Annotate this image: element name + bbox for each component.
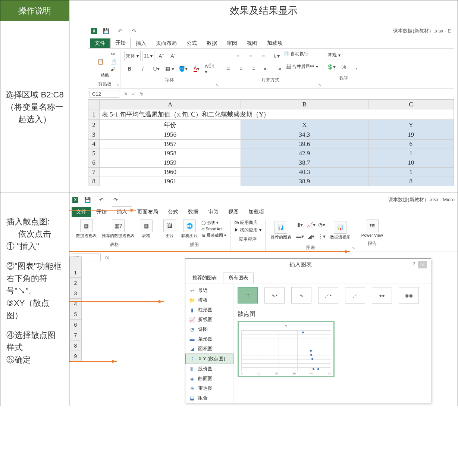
cat-radar[interactable]: ✳雷达图: [185, 383, 233, 393]
cat-surface[interactable]: ◈曲面图: [185, 374, 233, 383]
chart-preview[interactable]: Y 01020304050: [238, 321, 335, 377]
cat-pie[interactable]: ◔饼图: [185, 324, 233, 334]
wrap-text-button[interactable]: 📑 自动换行: [283, 51, 308, 61]
redo-icon[interactable]: ↷: [129, 26, 139, 36]
area-chart-icon[interactable]: ◢▾: [306, 231, 316, 242]
redo-icon[interactable]: ↷: [110, 195, 121, 205]
underline-icon[interactable]: U ▾: [151, 63, 161, 74]
picture-icon[interactable]: 🖼: [163, 220, 176, 232]
save-icon[interactable]: 💾: [82, 195, 92, 205]
save-icon[interactable]: 💾: [101, 26, 111, 36]
table-title-cell[interactable]: 表 5-1 旬平均气温累加值（x,旬.℃）和二化螟蛾盛发期（Y）: [100, 109, 454, 120]
cat-scatter[interactable]: ⋮X Y (散点图): [185, 354, 233, 364]
tab-insert[interactable]: 插入: [131, 38, 151, 48]
align-bottom-icon[interactable]: ≡: [258, 51, 269, 61]
line-chart-icon[interactable]: 📈▾: [306, 220, 316, 230]
align-launcher-icon[interactable]: ⤡: [318, 83, 321, 87]
subtype-bubble-3d[interactable]: ◉◉: [399, 287, 419, 304]
border-icon[interactable]: ▦ ▾: [164, 63, 175, 74]
cat-bar[interactable]: ▬条形图: [185, 334, 233, 344]
subtype-scatter-lines-markers[interactable]: ⋰•: [318, 287, 338, 304]
dialog-close-icon[interactable]: ×: [418, 261, 427, 268]
cat-line[interactable]: 📈折线图: [185, 315, 233, 324]
worksheet-rows[interactable]: 1234 56789: [69, 256, 82, 361]
tab-view[interactable]: 视图: [242, 38, 262, 48]
name-box[interactable]: C12: [90, 90, 119, 98]
tab-review[interactable]: 审阅: [222, 38, 242, 48]
tab-file[interactable]: 文件: [90, 38, 110, 48]
tab-home-2[interactable]: 开始: [92, 207, 111, 217]
bold-icon[interactable]: B: [124, 63, 135, 74]
tab-layout[interactable]: 页面布局: [151, 38, 181, 48]
fx-confirm-icon[interactable]: ✓: [132, 91, 136, 97]
align-left-icon[interactable]: ≡: [223, 63, 233, 74]
align-top-icon[interactable]: ≡: [233, 51, 243, 61]
percent-icon[interactable]: %: [339, 62, 349, 72]
indent-dec-icon[interactable]: ⇤: [261, 63, 272, 74]
subtype-scatter-lines[interactable]: ⋰: [345, 287, 365, 304]
comma-icon[interactable]: ,: [351, 62, 362, 72]
my-apps-button[interactable]: ▶ 我的应用 ▾: [234, 227, 261, 233]
cut-icon[interactable]: ✂: [110, 51, 116, 57]
tab-review-2[interactable]: 审阅: [204, 207, 223, 217]
font-launcher-icon[interactable]: ⤡: [215, 83, 218, 87]
online-pic-icon[interactable]: 🌐: [183, 220, 196, 232]
tab-addins[interactable]: 加载项: [263, 38, 287, 48]
phonetic-icon[interactable]: wén ▾: [205, 63, 215, 74]
orientation-icon[interactable]: ⤹▾: [271, 51, 281, 61]
subtype-bubble[interactable]: ●●: [372, 287, 392, 304]
app-store-button[interactable]: 🛍 应用商店: [234, 220, 258, 226]
charts-launcher-icon[interactable]: ⤡: [352, 246, 355, 250]
paste-icon[interactable]: 📋: [93, 55, 107, 69]
shapes-button[interactable]: ◯ 形状 ▾: [201, 220, 226, 225]
copy-icon[interactable]: 📄: [110, 58, 116, 65]
undo-icon[interactable]: ↶: [115, 26, 125, 36]
clipboard-launcher-icon[interactable]: ⤡: [116, 83, 119, 87]
tab-data[interactable]: 数据: [202, 38, 222, 48]
tab-view-2[interactable]: 视图: [224, 207, 243, 217]
decrease-font-icon[interactable]: Aˇ: [168, 51, 178, 61]
screenshot-button[interactable]: 🖥 屏幕截图 ▾: [201, 233, 226, 238]
font-size-select[interactable]: 11 ▾: [142, 51, 154, 61]
dialog-help-icon[interactable]: ?: [412, 261, 415, 268]
align-center-icon[interactable]: ≡: [236, 63, 246, 74]
rec-pivot-icon[interactable]: ▦?: [112, 220, 125, 232]
tab-home[interactable]: 开始: [110, 38, 131, 48]
smartart-button[interactable]: ▱ SmartArt: [201, 227, 226, 231]
number-format-select[interactable]: 常规 ▾: [326, 51, 342, 59]
column-chart-icon[interactable]: ▮▾: [295, 220, 305, 230]
align-right-icon[interactable]: ≡: [248, 63, 259, 74]
increase-font-icon[interactable]: Aˆ: [156, 51, 166, 61]
subtype-scatter-smooth-markers[interactable]: ∿•: [264, 287, 285, 304]
pivot-chart-icon[interactable]: 📊: [334, 221, 346, 234]
cat-combo[interactable]: ⬓组合: [185, 393, 233, 403]
font-color-icon[interactable]: A▾: [191, 63, 202, 74]
dlg-tab-all[interactable]: 所有图表: [223, 273, 254, 283]
tab-data-2[interactable]: 数据: [183, 207, 203, 217]
pivot-table-icon[interactable]: ▦: [80, 220, 93, 232]
tab-layout-2[interactable]: 页面布局: [133, 207, 163, 217]
subtype-scatter-smooth[interactable]: ∿: [291, 287, 311, 304]
dlg-tab-recommended[interactable]: 推荐的图表: [187, 273, 222, 283]
worksheet-grid[interactable]: ABC 1表 5-1 旬平均气温累加值（x,旬.℃）和二化螟蛾盛发期（Y） 2年…: [88, 100, 454, 186]
align-middle-icon[interactable]: ≡: [245, 51, 256, 61]
merge-center-button[interactable]: ▦ 合并后居中 ▾: [286, 63, 318, 74]
cat-recent[interactable]: ↩最近: [185, 286, 233, 295]
format-painter-icon[interactable]: 🖌: [110, 66, 116, 72]
currency-icon[interactable]: 💲▾: [326, 62, 336, 72]
italic-icon[interactable]: I: [138, 63, 148, 74]
subtype-scatter[interactable]: ∷: [238, 287, 258, 304]
cat-template[interactable]: 📁模板: [185, 295, 233, 305]
pie-chart-icon[interactable]: ◔▾: [317, 220, 327, 230]
font-name-select[interactable]: 宋体 ▾: [124, 51, 141, 61]
scatter-chart-icon[interactable]: ⋮▾: [317, 231, 327, 242]
tab-file-2[interactable]: 文件: [72, 207, 91, 217]
tab-addins-2[interactable]: 加载项: [244, 207, 269, 217]
fx-icon[interactable]: fx: [139, 91, 143, 97]
indent-inc-icon[interactable]: ⇥: [274, 63, 284, 74]
fx-icon-2[interactable]: fx: [105, 255, 109, 260]
tab-formulas[interactable]: 公式: [182, 38, 201, 48]
tab-formulas-2[interactable]: 公式: [163, 207, 183, 217]
powerview-icon[interactable]: 🗺: [366, 220, 379, 232]
undo-icon[interactable]: ↶: [96, 195, 107, 205]
